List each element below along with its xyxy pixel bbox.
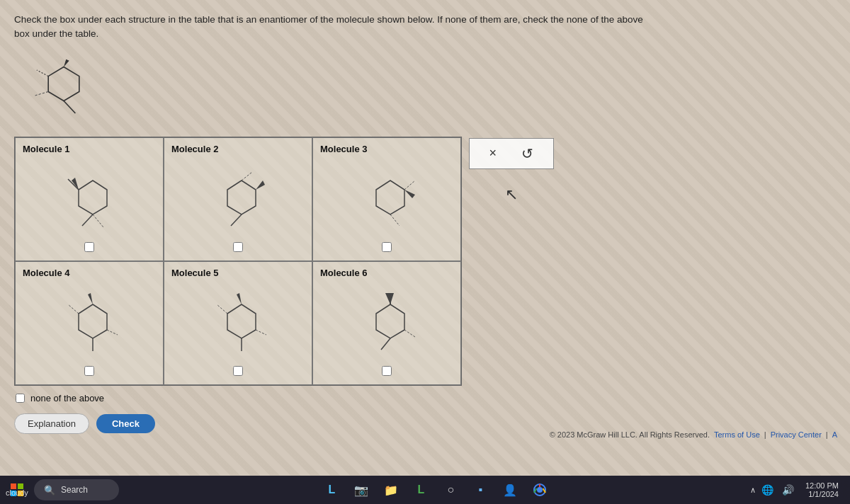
taskbar-center-icons: L 📷 📁 L ○ ▪ 👤	[125, 477, 747, 503]
undo-button[interactable]: ↺	[521, 145, 533, 162]
svg-line-19	[68, 304, 79, 314]
checkbox-6[interactable]	[382, 366, 392, 376]
privacy-link[interactable]: Privacy Center	[771, 430, 822, 439]
taskbar-app-blue[interactable]: ▪	[468, 477, 493, 503]
molecule-table-wrapper: Molecule 1	[14, 137, 836, 386]
molecule-cell-6: Molecule 6	[312, 261, 461, 385]
main-content: Check the box under each structure in th…	[0, 0, 850, 476]
molecule-label-1: Molecule 1	[23, 144, 156, 154]
reference-molecule	[21, 49, 836, 130]
svg-line-17	[390, 214, 400, 226]
chrome-icon	[533, 483, 546, 496]
molecule-drawing-1	[23, 158, 156, 250]
molecule-cell-3: Molecule 3	[312, 137, 461, 261]
svg-line-3	[35, 91, 49, 95]
taskbar-app-folder[interactable]: 📁	[378, 477, 404, 503]
volume-icon[interactable]: 🔊	[779, 483, 797, 497]
svg-marker-10	[227, 181, 256, 214]
checkbox-5[interactable]	[233, 366, 243, 376]
molecule-drawing-6	[320, 282, 453, 374]
svg-marker-14	[376, 181, 404, 214]
taskbar-app-camera[interactable]: 📷	[348, 477, 374, 503]
molecule-drawing-4	[23, 282, 156, 374]
molecule-table: Molecule 1	[14, 137, 462, 386]
checkbox-1[interactable]	[84, 242, 94, 252]
checkbox-2[interactable]	[233, 242, 243, 252]
clock-date: 1/1/2024	[805, 490, 839, 498]
svg-marker-28	[376, 304, 404, 338]
taskbar-app-l[interactable]: L	[319, 477, 344, 503]
clock-time: 12:00 PM	[805, 481, 839, 490]
svg-line-11	[242, 172, 252, 181]
instruction-text: Check the box under each structure in th…	[14, 13, 652, 42]
svg-line-16	[404, 181, 415, 190]
svg-line-6	[82, 214, 93, 226]
molecule-drawing-2	[171, 158, 305, 250]
svg-marker-15	[404, 190, 415, 198]
taskbar-app-chrome[interactable]	[527, 477, 552, 503]
weather-label: cloudy	[6, 488, 28, 497]
checkbox-area-5[interactable]	[233, 366, 243, 379]
molecule-cell-4: Molecule 4	[15, 261, 164, 385]
taskbar-search-box[interactable]: 🔍 Search	[34, 479, 119, 500]
checkbox-area-3[interactable]	[382, 242, 392, 255]
svg-marker-0	[48, 67, 79, 101]
explanation-button[interactable]: Explanation	[14, 413, 89, 434]
molecule-label-6: Molecule 6	[320, 268, 453, 278]
none-above-label: none of the above	[30, 393, 104, 403]
chevron-up-icon[interactable]: ∧	[750, 486, 756, 495]
search-icon: 🔍	[44, 485, 55, 496]
molecule-svg-2	[196, 165, 280, 243]
reference-molecule-svg	[21, 49, 106, 127]
checkbox-area-4[interactable]	[84, 366, 94, 379]
svg-line-31	[404, 330, 415, 337]
terms-link[interactable]: Terms of Use	[714, 430, 760, 439]
checkbox-area-2[interactable]	[233, 242, 243, 255]
network-icon[interactable]: 🌐	[759, 483, 776, 497]
molecule-svg-1	[47, 165, 132, 243]
weather-text: cloudy	[6, 488, 28, 497]
svg-line-7	[93, 214, 103, 227]
separator-1: |	[764, 430, 766, 439]
molecule-drawing-5	[171, 282, 305, 374]
svg-marker-13	[256, 181, 265, 190]
molecule-label-3: Molecule 3	[320, 144, 453, 154]
search-label: Search	[61, 485, 88, 495]
clear-button[interactable]: ×	[489, 146, 497, 161]
footer: © 2023 McGraw Hill LLC. All Rights Reser…	[550, 430, 837, 439]
molecule-cell-2: Molecule 2	[164, 137, 312, 261]
check-button[interactable]: Check	[96, 414, 155, 433]
checkbox-4[interactable]	[84, 366, 94, 376]
svg-line-1	[64, 101, 75, 113]
checkbox-area-6[interactable]	[382, 366, 392, 379]
svg-line-24	[217, 304, 227, 314]
molecule-svg-5	[196, 289, 280, 367]
taskbar-app-green-l[interactable]: L	[408, 477, 434, 503]
svg-line-32	[381, 338, 390, 350]
svg-marker-5	[79, 181, 107, 214]
molecule-cell-5: Molecule 5	[164, 261, 312, 385]
none-above-container: none of the above	[16, 393, 836, 403]
molecule-label-4: Molecule 4	[23, 268, 156, 278]
checkbox-3[interactable]	[382, 242, 392, 252]
taskbar-app-circle[interactable]: ○	[438, 477, 463, 503]
taskbar-right: ∧ 🌐 🔊 12:00 PM 1/1/2024	[750, 481, 844, 498]
svg-marker-18	[79, 304, 107, 338]
none-above-checkbox[interactable]	[16, 394, 25, 403]
checkbox-area-1[interactable]	[84, 242, 94, 255]
right-panel: × ↺ ↖	[469, 138, 554, 204]
taskbar-app-profile[interactable]: 👤	[497, 477, 523, 503]
molecule-cell-1: Molecule 1	[15, 137, 164, 261]
system-clock[interactable]: 12:00 PM 1/1/2024	[800, 481, 844, 498]
molecule-label-2: Molecule 2	[171, 144, 305, 154]
svg-point-38	[537, 487, 543, 493]
molecule-svg-6	[344, 289, 429, 367]
answer-box: × ↺	[469, 138, 554, 169]
molecule-label-5: Molecule 5	[171, 268, 305, 278]
svg-marker-20	[88, 293, 93, 304]
separator-2: |	[826, 430, 828, 439]
molecule-svg-3	[344, 165, 429, 243]
svg-line-27	[256, 330, 266, 335]
accessibility-link[interactable]: A	[832, 430, 837, 439]
molecule-svg-4	[47, 289, 132, 367]
